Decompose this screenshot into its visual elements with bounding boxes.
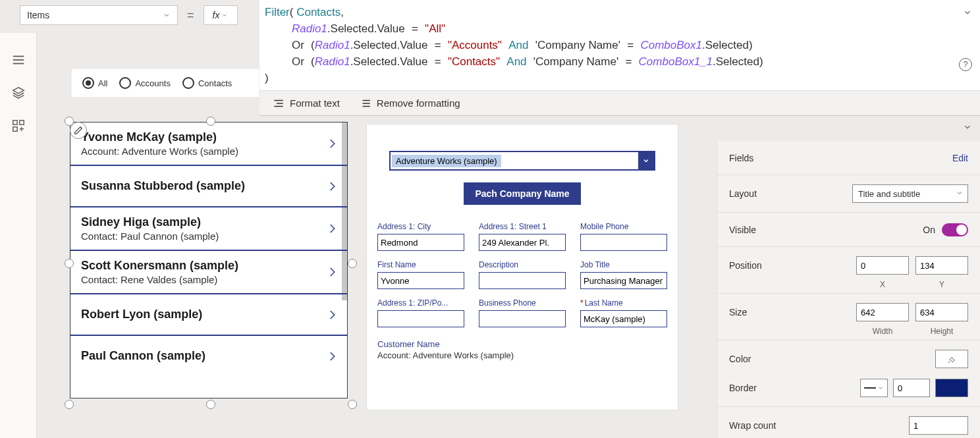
list-item-title: Robert Lyon (sample) bbox=[81, 308, 202, 321]
position-y-input[interactable] bbox=[915, 256, 968, 275]
property-selector-value: Items bbox=[27, 10, 49, 20]
gallery[interactable]: Yvonne McKay (sample)Account: Adventure … bbox=[70, 122, 348, 398]
chevron-down-icon bbox=[221, 12, 228, 18]
properties-pane: Fields Edit Layout Title and subtitle Vi… bbox=[717, 141, 980, 438]
list-item[interactable]: Sidney Higa (sample)Contact: Paul Cannon… bbox=[70, 207, 347, 251]
color-picker[interactable] bbox=[935, 350, 968, 368]
property-selector[interactable]: Items bbox=[20, 5, 178, 25]
first-name-input[interactable] bbox=[377, 272, 464, 289]
chevron-down-icon bbox=[163, 11, 171, 19]
format-text-label: Format text bbox=[290, 97, 340, 109]
combobox-toggle-icon[interactable] bbox=[638, 152, 654, 169]
field-label: Address 1: City bbox=[377, 222, 464, 231]
list-item[interactable]: Scott Konersmann (sample)Contact: Rene V… bbox=[70, 251, 347, 294]
description-input[interactable] bbox=[479, 272, 566, 289]
prop-size: Size WidthHeight bbox=[717, 294, 980, 341]
visible-toggle[interactable] bbox=[942, 223, 968, 236]
field-label: Mobile Phone bbox=[580, 222, 667, 231]
edit-fields-link[interactable]: Edit bbox=[952, 153, 968, 163]
field-label: Business Phone bbox=[479, 298, 566, 308]
list-item[interactable]: Paul Cannon (sample) bbox=[70, 336, 347, 376]
radio-icon bbox=[82, 77, 94, 89]
customer-name-label: Customer Name bbox=[377, 339, 667, 349]
resize-handle[interactable] bbox=[206, 117, 215, 126]
street-input[interactable] bbox=[479, 234, 566, 251]
layout-select-value: Title and subtitle bbox=[858, 189, 920, 199]
formula-text[interactable]: Filter( Contacts, Radio1.Selected.Value … bbox=[259, 0, 980, 90]
chevron-right-icon bbox=[326, 219, 338, 238]
apps-icon[interactable] bbox=[11, 119, 26, 133]
radio-all[interactable]: All bbox=[82, 77, 107, 89]
prop-visible-label: Visible bbox=[729, 225, 756, 235]
zip-input[interactable] bbox=[377, 310, 464, 327]
resize-handle[interactable] bbox=[348, 259, 357, 268]
job-title-input[interactable] bbox=[580, 272, 667, 289]
last-name-input[interactable] bbox=[580, 310, 667, 327]
chevron-down-icon[interactable] bbox=[963, 8, 972, 17]
size-height-input[interactable] bbox=[915, 303, 968, 321]
company-combobox[interactable]: Adventure Works (sample) bbox=[389, 151, 655, 171]
remove-formatting-button[interactable]: Remove formatting bbox=[360, 97, 460, 109]
layers-icon[interactable] bbox=[11, 86, 26, 100]
prop-size-label: Size bbox=[729, 307, 747, 317]
customer-name-block: Customer Name Account: Adventure Works (… bbox=[377, 339, 667, 360]
radio-card: All Accounts Contacts bbox=[71, 68, 259, 97]
field-label: First Name bbox=[377, 260, 464, 269]
chevron-right-icon bbox=[326, 134, 338, 153]
y-axis-label: Y bbox=[915, 280, 968, 289]
chevron-down-icon[interactable] bbox=[963, 123, 972, 132]
prop-position-label: Position bbox=[729, 260, 762, 271]
radio-icon bbox=[119, 77, 131, 89]
city-input[interactable] bbox=[377, 234, 464, 251]
field-mobile: Mobile Phone bbox=[580, 222, 667, 251]
patch-company-button[interactable]: Pach Company Name bbox=[464, 182, 581, 205]
prop-position: Position XY bbox=[717, 247, 980, 294]
help-icon[interactable]: ? bbox=[959, 58, 972, 71]
visible-state: On bbox=[923, 225, 935, 235]
list-item-title: Yvonne McKay (sample) bbox=[81, 130, 238, 144]
list-item[interactable]: Susanna Stubberod (sample) bbox=[70, 166, 347, 207]
resize-handle[interactable] bbox=[348, 400, 357, 409]
svg-rect-6 bbox=[13, 127, 16, 131]
indent-icon bbox=[273, 97, 285, 109]
layout-select[interactable]: Title and subtitle bbox=[852, 184, 968, 203]
business-phone-input[interactable] bbox=[479, 310, 566, 327]
equals-symbol: = bbox=[187, 9, 194, 22]
edit-gallery-icon[interactable] bbox=[70, 122, 87, 139]
radio-contacts[interactable]: Contacts bbox=[182, 77, 232, 89]
resize-handle[interactable] bbox=[206, 400, 215, 409]
list-item-subtitle: Account: Adventure Works (sample) bbox=[81, 146, 238, 157]
border-width-input[interactable] bbox=[893, 379, 930, 397]
formula-bar: Filter( Contacts, Radio1.Selected.Value … bbox=[259, 0, 980, 116]
field-label: Description bbox=[479, 260, 566, 269]
chevron-right-icon bbox=[326, 306, 338, 324]
chevron-down-icon bbox=[956, 189, 964, 197]
chevron-down-icon bbox=[877, 385, 884, 391]
mobile-input[interactable] bbox=[580, 234, 667, 251]
chevron-right-icon bbox=[326, 263, 338, 281]
hamburger-icon[interactable] bbox=[11, 53, 26, 67]
field-first: First Name bbox=[377, 260, 464, 289]
format-text-button[interactable]: Format text bbox=[273, 97, 340, 109]
prop-wrap: Wrap count bbox=[717, 407, 980, 438]
list-item-title: Sidney Higa (sample) bbox=[81, 215, 219, 229]
list-item[interactable]: Yvonne McKay (sample)Account: Adventure … bbox=[70, 123, 347, 166]
border-style-select[interactable] bbox=[860, 379, 888, 397]
border-color-picker[interactable] bbox=[935, 379, 968, 397]
list-item-subtitle: Contact: Rene Valdes (sample) bbox=[81, 274, 238, 285]
radio-icon bbox=[182, 77, 194, 89]
field-bphone: Business Phone bbox=[479, 298, 566, 327]
field-last: *Last Name bbox=[580, 298, 667, 327]
list-item[interactable]: Robert Lyon (sample) bbox=[70, 294, 347, 336]
radio-accounts[interactable]: Accounts bbox=[119, 77, 170, 89]
field-desc: Description bbox=[479, 260, 566, 289]
size-width-input[interactable] bbox=[856, 303, 909, 321]
x-axis-label: X bbox=[856, 280, 909, 289]
fx-button[interactable]: fx bbox=[204, 5, 238, 25]
resize-handle[interactable] bbox=[65, 259, 74, 268]
wrap-count-input[interactable] bbox=[909, 416, 968, 435]
resize-handle[interactable] bbox=[65, 400, 74, 409]
field-label: Job Title bbox=[580, 260, 667, 269]
radio-all-label: All bbox=[98, 78, 107, 88]
position-x-input[interactable] bbox=[856, 256, 909, 275]
